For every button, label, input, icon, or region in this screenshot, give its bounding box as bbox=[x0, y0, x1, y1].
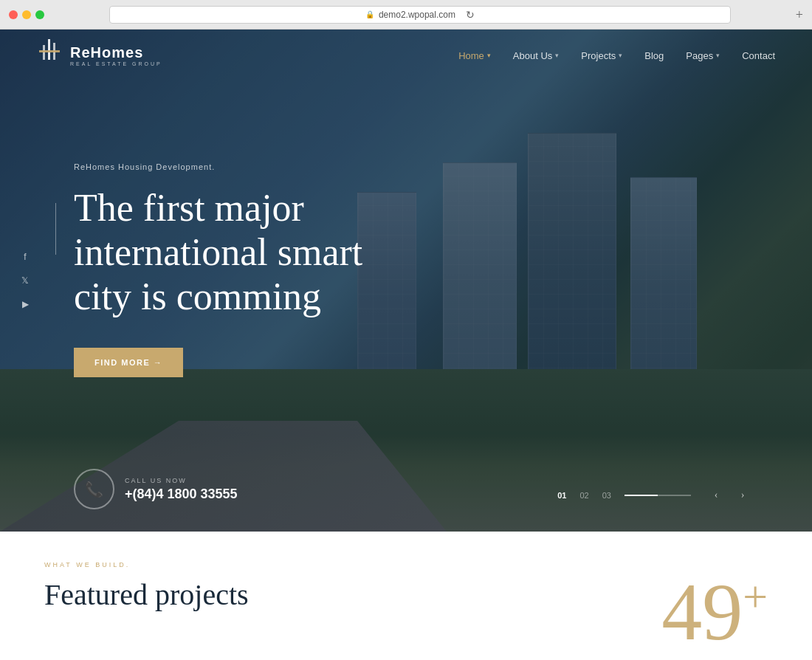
section-label: WHAT WE BUILD. bbox=[44, 561, 768, 568]
slide-3[interactable]: 03 bbox=[602, 491, 611, 500]
slide-indicators: 01 02 03 ‹ › bbox=[557, 485, 753, 506]
social-sidebar: f 𝕏 ▶ bbox=[18, 250, 32, 311]
nav-blog-label: Blog bbox=[644, 50, 664, 61]
chevron-down-icon: ▾ bbox=[487, 52, 491, 59]
svg-rect-0 bbox=[48, 39, 50, 60]
hero-content: ReHomes Housing Development. The first m… bbox=[74, 162, 428, 377]
nav-pages-label: Pages bbox=[686, 50, 713, 61]
hero-title: The first major international smart city… bbox=[74, 186, 428, 318]
prev-slide-button[interactable]: ‹ bbox=[706, 485, 726, 506]
nav-home-label: Home bbox=[458, 50, 484, 61]
big-number-plus: + bbox=[743, 572, 768, 621]
chevron-down-icon: ▾ bbox=[619, 52, 622, 59]
minimize-button[interactable] bbox=[22, 10, 31, 19]
nav-contact-label: Contact bbox=[742, 50, 775, 61]
url-text: demo2.wpopal.com bbox=[379, 10, 455, 20]
website-container: ReHomes REAL ESTATE GROUP Home ▾ About U… bbox=[0, 30, 812, 660]
slide-progress-fill bbox=[625, 495, 658, 496]
big-number-value: 49 bbox=[661, 567, 743, 657]
call-info: CALL US NOW +(84)4 1800 33555 bbox=[125, 477, 238, 502]
next-slide-button[interactable]: › bbox=[732, 485, 753, 506]
slide-1[interactable]: 01 bbox=[557, 491, 566, 500]
navigation: ReHomes REAL ESTATE GROUP Home ▾ About U… bbox=[0, 30, 812, 81]
below-fold-section: WHAT WE BUILD. Featured projects 49+ bbox=[0, 532, 812, 660]
logo-icon bbox=[37, 39, 63, 72]
featured-projects-title: Featured projects bbox=[44, 577, 768, 612]
lock-icon: 🔒 bbox=[365, 10, 374, 18]
nav-projects-label: Projects bbox=[581, 50, 616, 61]
hero-subtitle: ReHomes Housing Development. bbox=[74, 162, 428, 171]
big-number: 49+ bbox=[661, 571, 768, 653]
hero-section: ReHomes REAL ESTATE GROUP Home ▾ About U… bbox=[0, 30, 812, 532]
vertical-line bbox=[55, 203, 56, 255]
chevron-down-icon: ▾ bbox=[716, 52, 720, 59]
call-section: 📞 CALL US NOW +(84)4 1800 33555 bbox=[74, 469, 238, 509]
find-more-button[interactable]: FIND MORE → bbox=[74, 348, 183, 377]
phone-icon-wrapper[interactable]: 📞 bbox=[74, 469, 114, 509]
nav-item-about[interactable]: About Us ▾ bbox=[513, 50, 559, 61]
address-bar[interactable]: 🔒 demo2.wpopal.com ↻ bbox=[109, 6, 731, 24]
youtube-link[interactable]: ▶ bbox=[18, 298, 32, 311]
phone-icon: 📞 bbox=[85, 481, 103, 498]
close-button[interactable] bbox=[9, 10, 18, 19]
call-label: CALL US NOW bbox=[125, 477, 238, 484]
reload-button[interactable]: ↻ bbox=[466, 9, 475, 21]
new-tab-button[interactable]: + bbox=[796, 8, 803, 21]
call-number: +(84)4 1800 33555 bbox=[125, 487, 238, 502]
slide-numbers: 01 02 03 bbox=[557, 491, 691, 500]
traffic-lights bbox=[9, 10, 44, 19]
chevron-down-icon: ▾ bbox=[555, 52, 559, 59]
browser-chrome: 🔒 demo2.wpopal.com ↻ + bbox=[0, 0, 812, 30]
logo[interactable]: ReHomes REAL ESTATE GROUP bbox=[37, 39, 162, 72]
facebook-link[interactable]: f bbox=[18, 250, 32, 264]
logo-text: ReHomes REAL ESTATE GROUP bbox=[70, 44, 162, 66]
twitter-link[interactable]: 𝕏 bbox=[18, 274, 32, 287]
slide-2[interactable]: 02 bbox=[580, 491, 589, 500]
nav-item-home[interactable]: Home ▾ bbox=[458, 50, 491, 61]
nav-item-contact[interactable]: Contact bbox=[742, 50, 775, 61]
svg-rect-3 bbox=[39, 50, 60, 52]
nav-about-label: About Us bbox=[513, 50, 552, 61]
slide-arrows: ‹ › bbox=[706, 485, 753, 506]
maximize-button[interactable] bbox=[35, 10, 44, 19]
nav-menu: Home ▾ About Us ▾ Projects ▾ Blog Pages … bbox=[458, 50, 775, 61]
nav-item-blog[interactable]: Blog bbox=[644, 50, 664, 61]
nav-item-projects[interactable]: Projects ▾ bbox=[581, 50, 622, 61]
slide-progress-line bbox=[625, 495, 691, 496]
logo-name: ReHomes bbox=[70, 44, 162, 61]
nav-item-pages[interactable]: Pages ▾ bbox=[686, 50, 720, 61]
logo-subtitle: REAL ESTATE GROUP bbox=[70, 61, 162, 66]
